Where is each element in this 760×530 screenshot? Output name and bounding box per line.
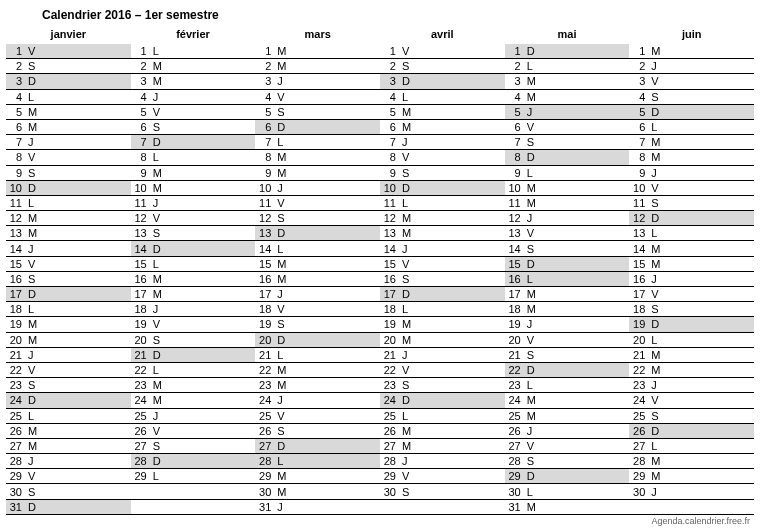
day-row: 31M xyxy=(505,500,630,515)
day-of-week: L xyxy=(400,197,416,209)
day-number: 14 xyxy=(505,243,525,255)
day-number: 5 xyxy=(380,106,400,118)
day-row: 25S xyxy=(629,409,754,424)
day-row: 16S xyxy=(6,272,131,287)
day-of-week: S xyxy=(26,379,42,391)
day-of-week: J xyxy=(26,349,42,361)
day-row: 12D xyxy=(629,211,754,226)
day-number: 8 xyxy=(131,151,151,163)
day-row: 18L xyxy=(6,302,131,317)
day-number: 15 xyxy=(505,258,525,270)
day-row xyxy=(629,500,754,515)
day-row: 16L xyxy=(505,272,630,287)
day-row: 6M xyxy=(6,120,131,135)
page-title: Calendrier 2016 – 1er semestre xyxy=(42,8,754,22)
day-of-week: S xyxy=(649,197,665,209)
day-number: 5 xyxy=(629,106,649,118)
day-of-week: S xyxy=(400,60,416,72)
day-number: 24 xyxy=(380,394,400,406)
day-of-week: J xyxy=(275,501,291,513)
day-of-week: L xyxy=(649,334,665,346)
day-of-week: L xyxy=(525,379,541,391)
day-number: 1 xyxy=(6,45,26,57)
day-number: 1 xyxy=(505,45,525,57)
day-number: 12 xyxy=(380,212,400,224)
day-of-week: L xyxy=(275,243,291,255)
day-row: 21L xyxy=(255,348,380,363)
day-row: 31J xyxy=(255,500,380,515)
day-number: 28 xyxy=(131,455,151,467)
day-number: 1 xyxy=(629,45,649,57)
day-of-week: L xyxy=(26,410,42,422)
day-of-week: D xyxy=(26,501,42,513)
day-number: 20 xyxy=(131,334,151,346)
day-number: 19 xyxy=(131,318,151,330)
day-row: 15M xyxy=(255,257,380,272)
day-number: 24 xyxy=(629,394,649,406)
day-of-week: J xyxy=(525,212,541,224)
day-row: 23M xyxy=(255,378,380,393)
day-of-week: L xyxy=(525,60,541,72)
day-row: 4L xyxy=(380,90,505,105)
month-header: février xyxy=(131,26,256,44)
day-number: 19 xyxy=(6,318,26,330)
day-row: 19V xyxy=(131,317,256,332)
day-of-week: M xyxy=(275,60,291,72)
day-number: 30 xyxy=(255,486,275,498)
day-row: 13M xyxy=(6,226,131,241)
day-row: 26M xyxy=(380,424,505,439)
day-of-week: L xyxy=(649,227,665,239)
day-of-week: S xyxy=(151,121,167,133)
day-of-week: V xyxy=(151,318,167,330)
day-row: 7D xyxy=(131,135,256,150)
day-of-week: M xyxy=(26,106,42,118)
day-row: 24V xyxy=(629,393,754,408)
day-number: 21 xyxy=(505,349,525,361)
day-row: 29L xyxy=(131,469,256,484)
day-of-week: S xyxy=(400,167,416,179)
day-of-week: S xyxy=(525,455,541,467)
day-row: 4S xyxy=(629,90,754,105)
day-number: 13 xyxy=(6,227,26,239)
day-row: 17M xyxy=(131,287,256,302)
day-row: 28J xyxy=(380,454,505,469)
day-row: 16M xyxy=(131,272,256,287)
day-row: 5V xyxy=(131,105,256,120)
months-header-row: janvierfévriermarsavrilmaijuin xyxy=(6,26,754,44)
day-number: 22 xyxy=(6,364,26,376)
day-number: 19 xyxy=(380,318,400,330)
day-row: 18M xyxy=(505,302,630,317)
day-of-week: V xyxy=(400,364,416,376)
day-of-week: D xyxy=(400,75,416,87)
day-row: 30S xyxy=(6,484,131,499)
day-number: 2 xyxy=(629,60,649,72)
day-row: 8M xyxy=(629,150,754,165)
day-number: 4 xyxy=(629,91,649,103)
day-number: 6 xyxy=(629,121,649,133)
day-number: 10 xyxy=(6,182,26,194)
day-number: 18 xyxy=(255,303,275,315)
month-column: 1V2S3D4L5M6M7J8V9S10D11L12M13M14J15V16S1… xyxy=(6,44,131,515)
day-row: 23M xyxy=(131,378,256,393)
day-number: 14 xyxy=(131,243,151,255)
day-number: 2 xyxy=(380,60,400,72)
day-of-week: M xyxy=(151,379,167,391)
day-of-week: V xyxy=(400,45,416,57)
day-row: 3D xyxy=(380,74,505,89)
day-row: 12S xyxy=(255,211,380,226)
day-row: 19M xyxy=(6,317,131,332)
day-number: 26 xyxy=(255,425,275,437)
day-of-week: L xyxy=(26,303,42,315)
day-row: 11L xyxy=(380,196,505,211)
day-row: 14J xyxy=(6,241,131,256)
day-number: 9 xyxy=(380,167,400,179)
day-of-week: S xyxy=(275,425,291,437)
day-of-week: M xyxy=(649,136,665,148)
day-number: 31 xyxy=(6,501,26,513)
day-row: 22V xyxy=(6,363,131,378)
day-number: 1 xyxy=(131,45,151,57)
day-of-week: D xyxy=(26,394,42,406)
day-row: 20D xyxy=(255,333,380,348)
day-row: 8L xyxy=(131,150,256,165)
day-number: 28 xyxy=(255,455,275,467)
